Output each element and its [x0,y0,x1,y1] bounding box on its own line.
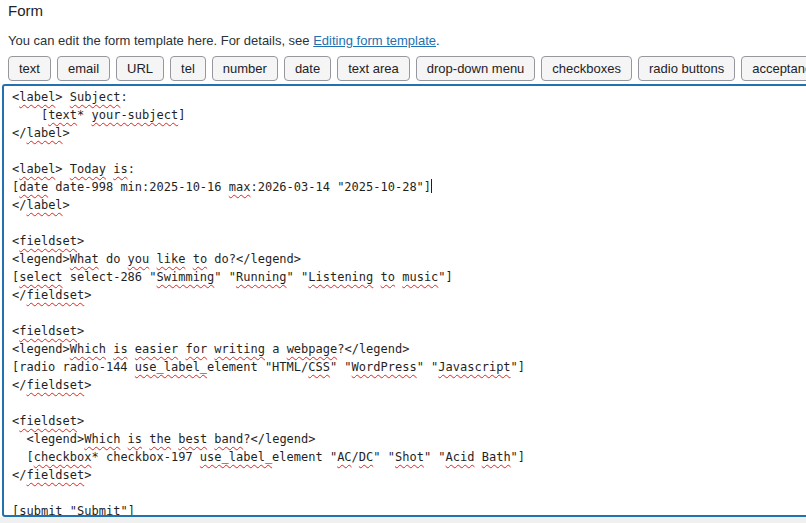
tag-button-date[interactable]: date [284,56,331,81]
tag-button-acceptance[interactable]: acceptance [741,56,806,81]
tag-button-url[interactable]: URL [116,56,164,81]
code-line: <fieldset> [12,412,800,430]
code-line: [checkbox* checkbox-197 use_label_elemen… [12,448,800,466]
code-line: <legend>What do you like to do?</legend> [12,250,800,268]
code-line: </label> [12,124,800,142]
tag-generator-buttons: textemailURLtelnumberdatetext areadrop-d… [8,56,806,81]
page-background-strip [0,517,806,523]
editing-form-template-link[interactable]: Editing form template [313,33,436,48]
tag-button-radio-buttons[interactable]: radio buttons [638,56,735,81]
code-line: [select select-286 "Swimming" "Running" … [12,268,800,286]
code-line: [radio radio-144 use_label_element "HTML… [12,358,800,376]
tag-button-text-area[interactable]: text area [337,56,410,81]
code-line: [text* your-subject] [12,106,800,124]
code-line: </fieldset> [12,466,800,484]
code-line: <fieldset> [12,322,800,340]
tag-button-checkboxes[interactable]: checkboxes [541,56,632,81]
code-line [12,394,800,412]
code-line: <fieldset> [12,232,800,250]
description-period: . [436,33,440,48]
description-text: You can edit the form template here. For… [8,33,313,48]
code-line: <legend>Which is the best band?</legend> [12,430,800,448]
code-line [12,484,800,502]
tag-button-number[interactable]: number [212,56,278,81]
form-editor-description: You can edit the form template here. For… [8,33,798,49]
code-line: [submit "Submit"] [12,502,800,517]
code-line [12,214,800,232]
form-template-editor[interactable]: <label> Subject: [text* your-subject]</l… [2,84,806,517]
code-line: </fieldset> [12,376,800,394]
text-caret [431,179,432,193]
code-line: <label> Subject: [12,88,800,106]
tag-button-tel[interactable]: tel [170,56,206,81]
code-line: </label> [12,196,800,214]
code-line [12,142,800,160]
tag-button-drop-down-menu[interactable]: drop-down menu [416,56,536,81]
page-title: Form [8,1,806,21]
code-line: <label> Today is: [12,160,800,178]
code-line: </fieldset> [12,286,800,304]
code-line [12,304,800,322]
tag-button-text[interactable]: text [8,56,51,81]
code-line: [date date-998 min:2025-10-16 max:2026-0… [12,178,800,196]
code-line: <legend>Which is easier for writing a we… [12,340,800,358]
tag-button-email[interactable]: email [57,56,110,81]
